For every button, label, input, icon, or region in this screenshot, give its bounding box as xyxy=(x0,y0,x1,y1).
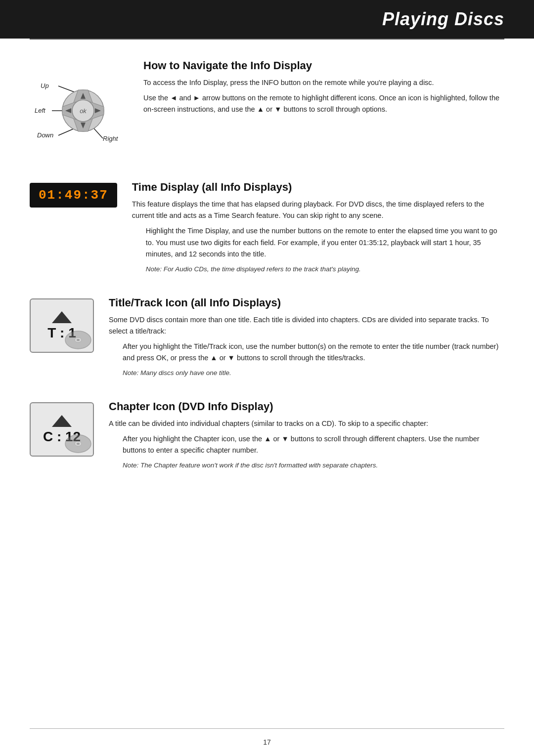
title-track-icon-box: T : 1 xyxy=(30,298,94,353)
time-indented: Highlight the Time Display, and use the … xyxy=(146,225,504,260)
left-label: Left xyxy=(35,107,46,114)
time-display-left: 01:49:37 xyxy=(30,181,117,208)
time-text: Time Display (all Info Displays) This fe… xyxy=(132,181,504,279)
chapter-up-arrow xyxy=(47,414,77,428)
page-title: Playing Discs xyxy=(0,0,534,39)
title-text: Playing Discs xyxy=(382,9,504,29)
up-label: Up xyxy=(41,82,49,89)
svg-point-22 xyxy=(77,443,80,445)
chapter-icon-box: C : 12 xyxy=(30,402,94,457)
title-track-indented: After you highlight the Title/Track icon… xyxy=(123,341,504,364)
chapter-heading: Chapter Icon (DVD Info Display) xyxy=(109,400,504,413)
main-content: Up Left Down Right xyxy=(0,40,534,522)
down-label: Down xyxy=(37,131,53,139)
title-track-heading: Title/Track Icon (all Info Displays) xyxy=(109,296,504,309)
svg-text:ok: ok xyxy=(80,107,87,115)
chapter-text: Chapter Icon (DVD Info Display) A title … xyxy=(109,400,504,475)
dpad-diagram: Up Left Down Right xyxy=(30,59,129,163)
title-track-note: Note: Many discs only have one title. xyxy=(123,368,504,378)
svg-point-18 xyxy=(77,339,80,341)
time-section: 01:49:37 Time Display (all Info Displays… xyxy=(30,181,504,279)
bottom-divider xyxy=(30,728,504,729)
chapter-disc-icon xyxy=(65,434,92,454)
chapter-note: Note: The Chapter feature won't work if … xyxy=(123,460,504,471)
chapter-indented: After you highlight the Chapter icon, us… xyxy=(123,433,504,456)
title-track-icon-left: T : 1 xyxy=(30,296,94,353)
title-track-text: Title/Track Icon (all Info Displays) Som… xyxy=(109,296,504,382)
disc-icon xyxy=(65,330,92,350)
svg-line-3 xyxy=(94,128,103,138)
chapter-icon-left: C : 12 xyxy=(30,400,94,457)
page-number: 17 xyxy=(0,738,534,746)
title-track-para1: Some DVD discs contain more than one tit… xyxy=(109,314,504,337)
time-note: Note: For Audio CDs, the time displayed … xyxy=(146,264,504,275)
chapter-section: C : 12 Chapter Icon (DVD Info Display) A… xyxy=(30,400,504,475)
navigate-heading: How to Navigate the Info Display xyxy=(143,59,504,72)
navigate-section: Up Left Down Right xyxy=(30,59,504,163)
time-display-box: 01:49:37 xyxy=(30,183,117,208)
navigate-text: How to Navigate the Info Display To acce… xyxy=(143,59,504,163)
title-track-section: T : 1 Title/Track Icon (all Info Display… xyxy=(30,296,504,382)
right-label: Right xyxy=(103,135,119,142)
time-heading: Time Display (all Info Displays) xyxy=(132,181,504,194)
navigate-para2: Use the ◄ and ► arrow buttons on the rem… xyxy=(143,92,504,115)
time-para1: This feature displays the time that has … xyxy=(132,199,504,221)
svg-marker-19 xyxy=(52,415,72,427)
dpad-svg: Up Left Down Right xyxy=(30,59,129,158)
chapter-para1: A title can be divided into individual c… xyxy=(109,418,504,429)
svg-marker-15 xyxy=(52,311,72,323)
title-track-up-arrow xyxy=(47,310,77,324)
navigate-para1: To access the Info Display, press the IN… xyxy=(143,77,504,88)
